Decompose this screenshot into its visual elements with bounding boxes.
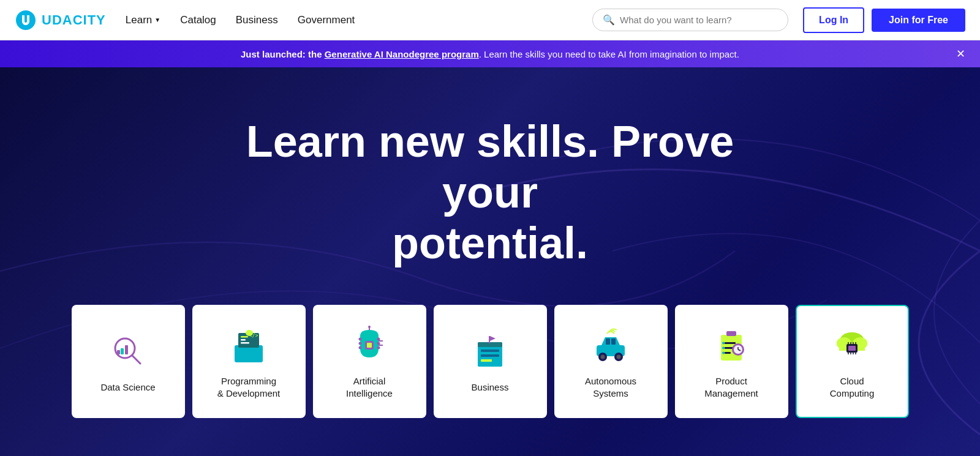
cloud-icon	[831, 324, 873, 367]
product-label: ProductManagement	[704, 375, 758, 399]
search-input[interactable]	[620, 15, 778, 25]
svg-rect-27	[481, 354, 499, 357]
data-science-label: Data Science	[100, 381, 155, 394]
svg-rect-5	[235, 345, 263, 362]
svg-rect-41	[725, 347, 733, 349]
nav-learn[interactable]: Learn ▼	[126, 14, 160, 26]
svg-point-19	[377, 346, 380, 349]
autonomous-label: AutonomousSystems	[585, 375, 636, 399]
banner-link[interactable]: Generative AI Nanodegree program	[325, 49, 479, 59]
category-card-business[interactable]: Business	[434, 305, 547, 418]
category-card-programming[interactable]: </> Programming& Development	[192, 305, 306, 418]
svg-point-44	[722, 347, 725, 349]
svg-rect-7	[241, 336, 248, 338]
svg-rect-32	[606, 338, 610, 345]
category-card-data-science[interactable]: Data Science	[72, 305, 185, 418]
svg-rect-2	[121, 348, 124, 354]
login-button[interactable]: Log In	[803, 7, 864, 33]
programming-label: Programming& Development	[217, 375, 281, 399]
nav-government[interactable]: Government	[298, 14, 355, 26]
announcement-banner: Just launched: the Generative AI Nanodeg…	[0, 40, 980, 67]
svg-point-15	[359, 342, 362, 345]
svg-rect-29	[489, 336, 490, 343]
search-icon: 🔍	[603, 14, 615, 26]
hero-section: Learn new skills. Prove your potential. …	[0, 67, 980, 456]
nav-links: Learn ▼ Catalog Business Government	[126, 14, 592, 26]
category-card-product[interactable]: ProductManagement	[675, 305, 788, 418]
svg-point-18	[377, 342, 380, 345]
svg-rect-8	[241, 339, 246, 341]
learn-chevron-icon: ▼	[154, 17, 160, 23]
banner-close-button[interactable]: ✕	[956, 48, 965, 59]
svg-point-16	[359, 346, 362, 349]
hero-title: Learn new skills. Prove your potential.	[214, 116, 766, 268]
category-card-cloud[interactable]: CloudComputing	[796, 305, 909, 418]
svg-rect-11	[246, 330, 253, 336]
cloud-label: CloudComputing	[830, 375, 875, 399]
programming-icon: </>	[227, 324, 270, 367]
nav-catalog[interactable]: Catalog	[180, 14, 216, 26]
svg-rect-26	[481, 349, 499, 352]
svg-rect-39	[726, 331, 736, 336]
logo[interactable]: UDACITY	[15, 9, 106, 31]
svg-point-21	[368, 326, 371, 328]
udacity-logo-icon	[15, 9, 37, 31]
business-icon	[469, 330, 511, 373]
data-science-icon	[107, 330, 149, 373]
svg-point-45	[722, 352, 725, 354]
svg-rect-13	[367, 343, 372, 348]
svg-rect-59	[848, 346, 856, 351]
logo-text: UDACITY	[42, 12, 106, 28]
svg-line-1	[132, 356, 140, 364]
svg-rect-42	[725, 352, 731, 354]
svg-marker-30	[490, 336, 496, 341]
autonomous-icon	[589, 324, 632, 367]
svg-rect-3	[125, 345, 128, 354]
svg-point-17	[377, 338, 380, 341]
category-card-autonomous[interactable]: AutonomousSystems	[554, 305, 668, 418]
navbar: UDACITY Learn ▼ Catalog Business Governm…	[0, 0, 980, 40]
svg-point-37	[617, 355, 621, 359]
banner-suffix: . Learn the skills you need to take AI f…	[479, 49, 739, 59]
svg-rect-4	[117, 350, 120, 354]
category-card-ai[interactable]: ArtificialIntelligence	[313, 305, 426, 418]
svg-rect-9	[241, 342, 249, 344]
svg-rect-28	[481, 359, 492, 362]
business-label: Business	[472, 381, 509, 394]
svg-point-35	[601, 355, 605, 359]
banner-text: Just launched: the Generative AI Nanodeg…	[241, 49, 739, 59]
join-button[interactable]: Join for Free	[872, 9, 965, 32]
banner-prefix: Just launched: the	[241, 49, 325, 59]
ai-label: ArtificialIntelligence	[346, 375, 393, 399]
svg-rect-33	[611, 338, 616, 345]
nav-business[interactable]: Business	[236, 14, 278, 26]
search-bar[interactable]: 🔍	[592, 9, 788, 31]
ai-icon	[348, 324, 391, 367]
svg-point-14	[359, 338, 362, 341]
category-cards: Data Science </>	[47, 305, 933, 418]
product-icon	[710, 324, 753, 367]
svg-point-43	[722, 342, 725, 345]
svg-rect-40	[725, 342, 736, 344]
